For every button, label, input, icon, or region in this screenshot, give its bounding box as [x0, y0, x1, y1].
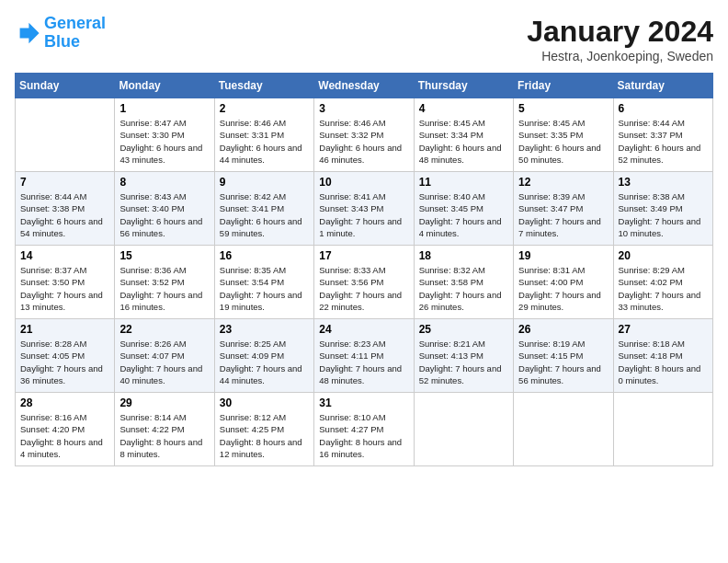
- day-cell: 8Sunrise: 8:43 AMSunset: 3:40 PMDaylight…: [115, 172, 214, 246]
- day-info: Sunrise: 8:35 AMSunset: 3:54 PMDaylight:…: [220, 264, 309, 313]
- day-info: Sunrise: 8:38 AMSunset: 3:49 PMDaylight:…: [619, 190, 708, 239]
- day-info: Sunrise: 8:29 AMSunset: 4:02 PMDaylight:…: [619, 264, 708, 313]
- week-row-4: 28Sunrise: 8:16 AMSunset: 4:20 PMDayligh…: [16, 393, 713, 466]
- logo-icon: [15, 20, 40, 46]
- day-info: Sunrise: 8:44 AMSunset: 3:37 PMDaylight:…: [619, 117, 708, 166]
- day-cell: 31Sunrise: 8:10 AMSunset: 4:27 PMDayligh…: [314, 393, 414, 466]
- day-number: 6: [619, 102, 708, 115]
- day-cell: 26Sunrise: 8:19 AMSunset: 4:15 PMDayligh…: [514, 319, 613, 393]
- day-info: Sunrise: 8:25 AMSunset: 4:09 PMDaylight:…: [220, 338, 309, 386]
- day-number: 5: [518, 102, 608, 115]
- day-info: Sunrise: 8:14 AMSunset: 4:22 PMDaylight:…: [119, 411, 209, 460]
- logo: General Blue: [15, 15, 106, 52]
- day-number: 29: [119, 396, 209, 409]
- month-title: January 2024: [527, 15, 713, 49]
- week-row-0: 1Sunrise: 8:47 AMSunset: 3:30 PMDaylight…: [16, 98, 713, 172]
- day-cell: 11Sunrise: 8:40 AMSunset: 3:45 PMDayligh…: [414, 172, 513, 246]
- day-cell: 17Sunrise: 8:33 AMSunset: 3:56 PMDayligh…: [314, 246, 414, 319]
- day-cell: [414, 393, 513, 466]
- day-info: Sunrise: 8:32 AMSunset: 3:58 PMDaylight:…: [419, 264, 508, 313]
- day-info: Sunrise: 8:45 AMSunset: 3:34 PMDaylight:…: [419, 117, 508, 166]
- day-info: Sunrise: 8:45 AMSunset: 3:35 PMDaylight:…: [518, 117, 608, 166]
- day-number: 21: [20, 323, 109, 336]
- day-number: 1: [119, 102, 209, 115]
- day-number: 2: [220, 102, 309, 115]
- day-info: Sunrise: 8:26 AMSunset: 4:07 PMDaylight:…: [119, 338, 209, 386]
- day-number: 27: [619, 323, 708, 336]
- day-cell: 6Sunrise: 8:44 AMSunset: 3:37 PMDaylight…: [613, 98, 712, 172]
- location: Hestra, Joenkoeping, Sweden: [527, 49, 713, 63]
- day-info: Sunrise: 8:33 AMSunset: 3:56 PMDaylight:…: [319, 264, 408, 313]
- day-number: 3: [319, 102, 408, 115]
- week-row-2: 14Sunrise: 8:37 AMSunset: 3:50 PMDayligh…: [16, 246, 713, 319]
- day-info: Sunrise: 8:19 AMSunset: 4:15 PMDaylight:…: [518, 338, 608, 386]
- col-header-saturday: Saturday: [613, 74, 712, 98]
- day-cell: 4Sunrise: 8:45 AMSunset: 3:34 PMDaylight…: [414, 98, 513, 172]
- day-cell: 14Sunrise: 8:37 AMSunset: 3:50 PMDayligh…: [16, 246, 115, 319]
- col-header-sunday: Sunday: [16, 74, 115, 98]
- day-number: 26: [518, 323, 608, 336]
- day-cell: 7Sunrise: 8:44 AMSunset: 3:38 PMDaylight…: [16, 172, 115, 246]
- day-cell: 28Sunrise: 8:16 AMSunset: 4:20 PMDayligh…: [16, 393, 115, 466]
- day-info: Sunrise: 8:40 AMSunset: 3:45 PMDaylight:…: [419, 190, 508, 239]
- day-cell: 20Sunrise: 8:29 AMSunset: 4:02 PMDayligh…: [613, 246, 712, 319]
- day-info: Sunrise: 8:42 AMSunset: 3:41 PMDaylight:…: [220, 190, 309, 239]
- day-info: Sunrise: 8:46 AMSunset: 3:32 PMDaylight:…: [319, 117, 408, 166]
- day-cell: 24Sunrise: 8:23 AMSunset: 4:11 PMDayligh…: [314, 319, 414, 393]
- day-cell: 30Sunrise: 8:12 AMSunset: 4:25 PMDayligh…: [214, 393, 313, 466]
- day-number: 8: [119, 176, 209, 189]
- day-number: 23: [220, 323, 309, 336]
- day-info: Sunrise: 8:46 AMSunset: 3:31 PMDaylight:…: [220, 117, 309, 166]
- day-info: Sunrise: 8:18 AMSunset: 4:18 PMDaylight:…: [619, 338, 708, 386]
- day-info: Sunrise: 8:23 AMSunset: 4:11 PMDaylight:…: [319, 338, 408, 386]
- day-cell: [613, 393, 712, 466]
- day-cell: 3Sunrise: 8:46 AMSunset: 3:32 PMDaylight…: [314, 98, 414, 172]
- day-info: Sunrise: 8:43 AMSunset: 3:40 PMDaylight:…: [119, 190, 209, 239]
- day-number: 25: [419, 323, 508, 336]
- col-header-wednesday: Wednesday: [314, 74, 414, 98]
- page-header: General Blue January 2024 Hestra, Joenko…: [15, 15, 713, 63]
- calendar-table: SundayMondayTuesdayWednesdayThursdayFrid…: [15, 73, 713, 466]
- day-info: Sunrise: 8:41 AMSunset: 3:43 PMDaylight:…: [319, 190, 408, 239]
- day-cell: 10Sunrise: 8:41 AMSunset: 3:43 PMDayligh…: [314, 172, 414, 246]
- day-cell: 5Sunrise: 8:45 AMSunset: 3:35 PMDaylight…: [514, 98, 613, 172]
- day-cell: 16Sunrise: 8:35 AMSunset: 3:54 PMDayligh…: [214, 246, 313, 319]
- logo-line2: Blue: [44, 32, 80, 51]
- day-cell: 15Sunrise: 8:36 AMSunset: 3:52 PMDayligh…: [115, 246, 214, 319]
- day-cell: [16, 98, 115, 172]
- day-number: 11: [419, 176, 508, 189]
- day-cell: 9Sunrise: 8:42 AMSunset: 3:41 PMDaylight…: [214, 172, 313, 246]
- week-row-1: 7Sunrise: 8:44 AMSunset: 3:38 PMDaylight…: [16, 172, 713, 246]
- day-number: 15: [119, 249, 209, 262]
- day-number: 20: [619, 249, 708, 262]
- day-number: 22: [119, 323, 209, 336]
- day-number: 9: [220, 176, 309, 189]
- logo-line1: General: [44, 14, 106, 32]
- col-header-tuesday: Tuesday: [214, 74, 313, 98]
- day-cell: 2Sunrise: 8:46 AMSunset: 3:31 PMDaylight…: [214, 98, 313, 172]
- day-info: Sunrise: 8:47 AMSunset: 3:30 PMDaylight:…: [119, 117, 209, 166]
- day-number: 30: [220, 396, 309, 409]
- day-cell: [514, 393, 613, 466]
- day-cell: 29Sunrise: 8:14 AMSunset: 4:22 PMDayligh…: [115, 393, 214, 466]
- day-number: 16: [220, 249, 309, 262]
- col-header-friday: Friday: [514, 74, 613, 98]
- day-number: 4: [419, 102, 508, 115]
- day-info: Sunrise: 8:12 AMSunset: 4:25 PMDaylight:…: [220, 411, 309, 460]
- day-info: Sunrise: 8:16 AMSunset: 4:20 PMDaylight:…: [20, 411, 109, 460]
- day-cell: 12Sunrise: 8:39 AMSunset: 3:47 PMDayligh…: [514, 172, 613, 246]
- day-number: 18: [419, 249, 508, 262]
- day-info: Sunrise: 8:36 AMSunset: 3:52 PMDaylight:…: [119, 264, 209, 313]
- day-info: Sunrise: 8:21 AMSunset: 4:13 PMDaylight:…: [419, 338, 508, 386]
- week-row-3: 21Sunrise: 8:28 AMSunset: 4:05 PMDayligh…: [16, 319, 713, 393]
- day-number: 7: [20, 176, 109, 189]
- day-info: Sunrise: 8:44 AMSunset: 3:38 PMDaylight:…: [20, 190, 109, 239]
- day-number: 17: [319, 249, 408, 262]
- col-header-monday: Monday: [115, 74, 214, 98]
- day-number: 28: [20, 396, 109, 409]
- day-info: Sunrise: 8:10 AMSunset: 4:27 PMDaylight:…: [319, 411, 408, 460]
- svg-marker-0: [20, 23, 40, 43]
- day-cell: 23Sunrise: 8:25 AMSunset: 4:09 PMDayligh…: [214, 319, 313, 393]
- header-row: SundayMondayTuesdayWednesdayThursdayFrid…: [16, 74, 713, 98]
- day-info: Sunrise: 8:37 AMSunset: 3:50 PMDaylight:…: [20, 264, 109, 313]
